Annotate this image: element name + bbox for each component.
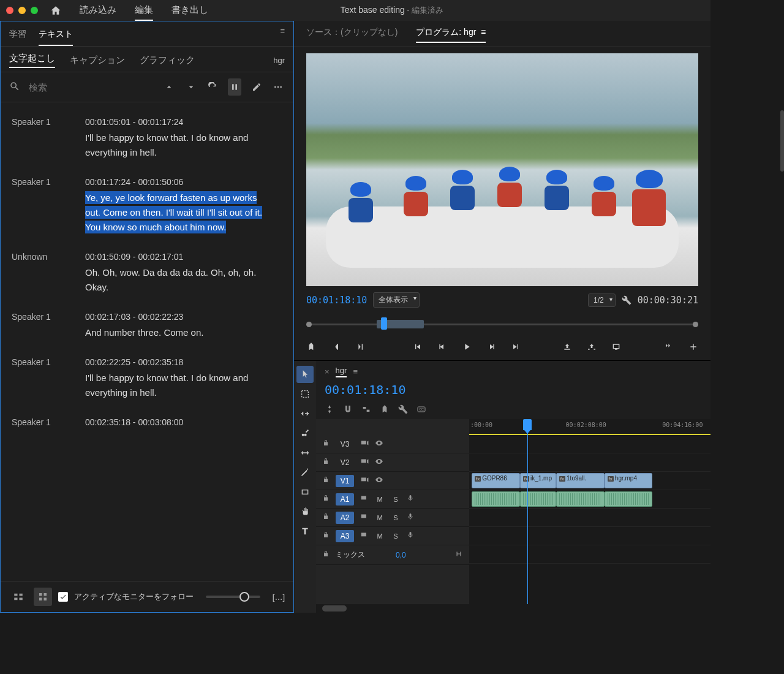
add-button-icon[interactable] <box>688 342 698 352</box>
program-monitor[interactable] <box>306 53 698 286</box>
follow-label: アクティブなモニターをフォロー <box>74 592 194 602</box>
settings-icon[interactable] <box>622 295 631 305</box>
more-options[interactable]: […] <box>273 593 285 602</box>
subtab-graphic[interactable]: グラフィック <box>140 55 195 66</box>
track-a3[interactable]: A3MS <box>316 527 469 545</box>
export-frame-icon[interactable] <box>611 342 621 352</box>
home-icon[interactable] <box>50 5 61 16</box>
svg-rect-8 <box>20 598 23 600</box>
nav-up-icon[interactable] <box>162 78 176 96</box>
svg-rect-21 <box>361 478 366 482</box>
source-monitor-tab[interactable]: ソース：(クリップなし) <box>306 27 398 43</box>
refresh-icon[interactable] <box>206 78 219 96</box>
type-tool[interactable] <box>296 523 314 540</box>
clip[interactable]: fx1to9all. <box>556 473 605 488</box>
tab-export[interactable]: 書き出し <box>172 1 208 21</box>
extract-icon[interactable] <box>587 342 597 352</box>
marker-icon[interactable] <box>306 342 316 352</box>
audio-clip[interactable] <box>556 491 605 507</box>
transcript-entry[interactable]: Speaker 1 00:01:05:01 - 00:01:17:24I'll … <box>7 108 291 168</box>
search-input[interactable] <box>29 82 145 93</box>
fit-dropdown[interactable]: 全体表示 <box>373 292 420 308</box>
tab-import[interactable]: 読み込み <box>80 1 116 21</box>
audio-clip[interactable] <box>472 491 520 507</box>
hand-tool[interactable] <box>296 503 314 520</box>
marker-tool-icon[interactable] <box>380 404 390 414</box>
transcript-entry[interactable]: Speaker 1 00:02:22:25 - 00:02:35:18I'll … <box>7 349 291 409</box>
double-arrow-icon[interactable] <box>664 342 674 352</box>
more-icon[interactable] <box>271 78 285 96</box>
audio-clip[interactable] <box>605 491 653 507</box>
program-monitor-tab[interactable]: プログラム: hgr ≡ <box>416 27 486 43</box>
panel-menu-icon[interactable]: ≡ <box>280 26 285 46</box>
svg-rect-20 <box>361 460 366 463</box>
play-icon[interactable] <box>462 342 472 352</box>
track-mix[interactable]: ミックス0,0 <box>316 545 469 565</box>
subtab-transcribe[interactable]: 文字起こし <box>9 53 55 68</box>
timecode-in[interactable]: 00:01:18:10 <box>306 295 367 306</box>
footer-tool-2[interactable] <box>34 588 52 606</box>
go-to-in-icon[interactable] <box>413 342 423 352</box>
cc-icon[interactable]: CC <box>417 404 426 414</box>
snap-icon[interactable] <box>325 404 334 414</box>
timeline-menu-icon[interactable]: ≡ <box>353 367 358 376</box>
audio-clip[interactable] <box>520 491 556 507</box>
clip[interactable]: fxhgr.mp4 <box>605 473 653 488</box>
panel-tab-learn[interactable]: 学習 <box>9 26 26 46</box>
maximize-window[interactable] <box>31 7 38 14</box>
razor-tool[interactable] <box>296 425 314 442</box>
ripple-tool[interactable] <box>296 405 314 422</box>
timeline-timecode[interactable]: 00:01:18:10 <box>325 382 405 397</box>
go-to-out-icon[interactable] <box>511 342 521 352</box>
zoom-slider[interactable] <box>206 596 260 598</box>
linked-selection-icon[interactable] <box>361 404 371 414</box>
subtab-caption[interactable]: キャプション <box>70 55 125 66</box>
pause-segments-icon[interactable] <box>228 78 241 96</box>
selection-tool[interactable] <box>296 366 314 383</box>
svg-rect-1 <box>235 84 237 89</box>
close-window[interactable] <box>6 7 13 14</box>
follow-monitor-checkbox[interactable] <box>58 592 68 602</box>
resolution-dropdown[interactable]: 1/2 <box>588 293 616 307</box>
transcript-entry[interactable]: Speaker 1 00:01:17:24 - 00:01:50:06Ye, y… <box>7 168 291 243</box>
scrubber[interactable] <box>306 315 698 333</box>
track-a2[interactable]: A2MS <box>316 509 469 527</box>
clip[interactable]: fxGOPR86 <box>472 473 520 488</box>
transcript-entry[interactable]: Speaker 1 00:02:17:03 - 00:02:22:23And n… <box>7 303 291 349</box>
track-a1[interactable]: A1MS <box>316 490 469 509</box>
step-back-icon[interactable] <box>437 342 447 352</box>
slip-tool[interactable] <box>296 444 314 461</box>
svg-rect-5 <box>14 594 17 596</box>
timeline-scroll[interactable] <box>316 604 710 613</box>
svg-text:CC: CC <box>419 407 424 411</box>
svg-rect-11 <box>39 598 42 601</box>
out-point-icon[interactable] <box>355 342 365 352</box>
search-icon[interactable] <box>9 81 20 94</box>
wrench-icon[interactable] <box>398 404 408 414</box>
close-sequence-icon[interactable]: × <box>325 367 330 376</box>
magnet-icon[interactable] <box>343 404 353 414</box>
tab-edit[interactable]: 編集 <box>135 1 153 21</box>
track-select-tool[interactable] <box>296 385 314 403</box>
timeline-tracks[interactable]: :00:00 00:02:08:00 00:04:16:00 fxGOPR86 … <box>469 419 710 604</box>
sequence-tab[interactable]: hgr <box>336 366 347 377</box>
pen-tool[interactable] <box>296 464 314 481</box>
lift-icon[interactable] <box>562 342 572 352</box>
minimize-window[interactable] <box>18 7 26 14</box>
clip[interactable]: fxik_1.mp <box>520 473 556 488</box>
rectangle-tool[interactable] <box>296 483 314 501</box>
svg-point-3 <box>277 86 279 88</box>
transcript-entry[interactable]: Speaker 1 00:02:35:18 - 00:03:08:00 <box>7 409 291 439</box>
pencil-icon[interactable] <box>250 78 263 96</box>
svg-rect-15 <box>363 407 366 409</box>
in-point-icon[interactable] <box>331 342 341 352</box>
transcript-entry[interactable]: Unknown 00:01:50:09 - 00:02:17:01Oh. Oh,… <box>7 243 291 303</box>
track-v1[interactable]: V1 <box>316 472 469 490</box>
panel-tab-text[interactable]: テキスト <box>39 26 73 46</box>
footer-tool-1[interactable] <box>9 588 28 606</box>
track-v2[interactable]: V2 <box>316 453 469 472</box>
track-v3[interactable]: V3 <box>316 435 469 453</box>
transcript-list[interactable]: Speaker 1 00:01:05:01 - 00:01:17:24I'll … <box>1 102 293 581</box>
nav-down-icon[interactable] <box>184 78 198 96</box>
step-forward-icon[interactable] <box>486 342 496 352</box>
